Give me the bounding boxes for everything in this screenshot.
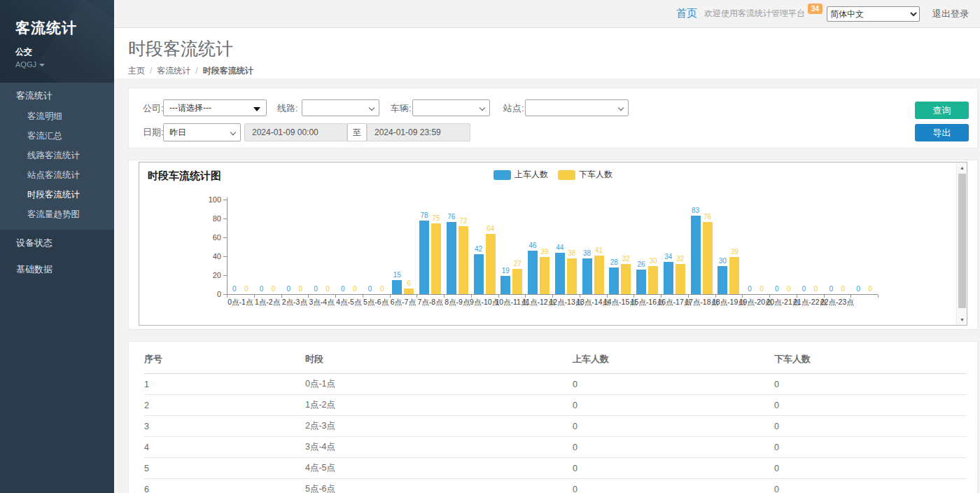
scrollbar-thumb[interactable] — [958, 174, 966, 308]
y-axis-tick-label: 100 — [200, 195, 221, 204]
sidebar-section[interactable]: 客流统计 — [0, 83, 114, 106]
chart-bar — [718, 266, 727, 295]
bar-value-label: 41 — [595, 246, 603, 254]
sidebar-subitem[interactable]: 时段客流统计 — [0, 185, 114, 204]
language-select[interactable]: 简体中文 — [827, 6, 920, 22]
table-row: 32点-3点00 — [144, 416, 967, 437]
table-row: 65点-6点00 — [144, 479, 967, 493]
breadcrumb-item[interactable]: 主页 — [128, 66, 145, 76]
chart-bar — [594, 256, 604, 294]
table-cell: 6 — [144, 479, 305, 493]
bar-value-label: 0 — [314, 285, 318, 293]
data-table: 序号时段上车人数下车人数 10点-1点0021点-2点0032点-3点0043点… — [144, 346, 967, 493]
table-cell: 4 — [144, 437, 305, 458]
column-header: 上车人数 — [573, 346, 774, 374]
bar-value-label: 0 — [353, 285, 357, 293]
column-header: 序号 — [144, 346, 305, 374]
query-button[interactable]: 查询 — [915, 102, 969, 119]
table-body: 10点-1点0021点-2点0032点-3点0043点-4点0054点-5点00… — [144, 374, 967, 493]
app-title: 客流统计 — [15, 18, 114, 38]
chart-bar — [676, 264, 685, 294]
bar-value-label: 0 — [299, 285, 303, 293]
bar-value-label: 38 — [568, 249, 575, 257]
bar-value-label: 0 — [341, 285, 345, 293]
sidebar-section[interactable]: 基础数据 — [0, 256, 114, 283]
chevron-down-icon — [369, 105, 374, 111]
table-cell: 4点-5点 — [305, 458, 573, 479]
legend-item[interactable]: 上车人数 — [493, 169, 548, 181]
chart-bar — [703, 222, 713, 294]
breadcrumb-item: 时段客流统计 — [203, 66, 253, 76]
page-title: 时段客流统计 — [128, 37, 980, 60]
bar-value-label: 39 — [731, 248, 738, 256]
line-select[interactable] — [302, 99, 379, 116]
org-code-dropdown[interactable]: AQGJ — [15, 60, 114, 69]
sidebar-subitem[interactable]: 客流汇总 — [0, 126, 114, 146]
date-from-input[interactable] — [244, 123, 347, 141]
breadcrumb-separator: / — [150, 66, 152, 76]
chart-bar — [528, 251, 538, 294]
bar-value-label: 64 — [486, 225, 494, 232]
vehicle-select[interactable] — [412, 99, 490, 116]
bar-value-label: 0 — [326, 285, 330, 293]
table-section: 序号时段上车人数下车人数 10点-1点0021点-2点0032点-3点0043点… — [128, 341, 978, 493]
bar-value-label: 0 — [760, 285, 764, 293]
breadcrumb-item[interactable]: 客流统计 — [157, 66, 190, 76]
y-axis-tick — [223, 218, 227, 219]
menu-group: 基础数据 — [0, 256, 114, 283]
chart-bar — [404, 289, 414, 294]
bar-value-label: 78 — [421, 211, 428, 219]
bar-value-label: 0 — [232, 285, 237, 293]
chart-bar — [664, 262, 673, 294]
home-link[interactable]: 首页 — [676, 7, 697, 20]
sidebar-menu: 客流统计客流明细客流汇总线路客流统计站点客流统计时段客流统计客流量趋势图设备状态… — [0, 83, 114, 283]
table-cell: 0 — [774, 395, 967, 416]
bar-value-label: 0 — [748, 285, 752, 293]
chart-bar — [691, 216, 701, 294]
x-axis-tick — [878, 295, 878, 298]
breadcrumb-separator: / — [195, 66, 197, 76]
chart-bar — [419, 221, 429, 294]
bar-value-label: 0 — [787, 285, 791, 293]
sidebar-subitem[interactable]: 客流明细 — [0, 106, 114, 126]
sidebar-subitem[interactable]: 站点客流统计 — [0, 165, 114, 185]
bar-value-label: 30 — [650, 257, 657, 265]
export-button[interactable]: 导出 — [915, 124, 969, 141]
chart-bar — [621, 264, 631, 294]
chart-scrollbar[interactable]: ▲ ▼ — [956, 162, 967, 325]
x-axis-label: 1点-2点 — [255, 298, 280, 307]
x-axis-label: 2点-3点 — [282, 298, 307, 307]
sidebar-subitem[interactable]: 客流量趋势图 — [0, 204, 114, 224]
chart-bar — [609, 268, 619, 294]
station-select[interactable] — [525, 99, 629, 116]
date-preset-select[interactable]: 昨日 — [163, 123, 241, 141]
table-row: 21点-2点00 — [144, 395, 967, 416]
sidebar-header: 客流统计 公交 AQGJ — [0, 0, 114, 83]
scroll-up-icon[interactable]: ▲ — [957, 162, 967, 173]
chart-box: 时段车流统计图 上车人数下车人数 020406080100000点-1点001点… — [139, 162, 967, 326]
chevron-down-icon — [479, 105, 485, 111]
y-axis-tick — [223, 275, 227, 276]
filter-panel: 公司: ---请选择--- 线路: 车辆: 站点: 日期: 昨日 至 — [128, 88, 978, 148]
date-label: 日期: — [143, 124, 164, 141]
chart-bar — [648, 266, 658, 295]
sidebar: 客流统计 公交 AQGJ 客流统计客流明细客流汇总线路客流统计站点客流统计时段客… — [0, 0, 114, 493]
table-cell: 0 — [573, 416, 774, 437]
table-cell: 1点-2点 — [305, 395, 573, 416]
column-header: 下车人数 — [774, 346, 967, 374]
company-select[interactable]: ---请选择--- — [163, 99, 267, 116]
chevron-down-icon — [230, 130, 236, 135]
scroll-down-icon[interactable]: ▼ — [957, 314, 967, 325]
notification-badge[interactable]: 34 — [808, 4, 822, 14]
sidebar-section[interactable]: 设备状态 — [0, 230, 114, 256]
logout-link[interactable]: 退出登录 — [932, 8, 969, 20]
x-axis-label: 3点-4点 — [309, 298, 335, 307]
chart-bar — [458, 226, 468, 294]
sidebar-subitem[interactable]: 线路客流统计 — [0, 146, 114, 165]
legend-item[interactable]: 下车人数 — [558, 169, 612, 181]
chart-bar — [512, 269, 522, 294]
date-to-input[interactable] — [367, 123, 470, 141]
bar-value-label: 83 — [692, 207, 699, 214]
table-cell: 0 — [774, 437, 967, 458]
chart-section: 时段车流统计图 上车人数下车人数 020406080100000点-1点001点… — [128, 160, 978, 330]
